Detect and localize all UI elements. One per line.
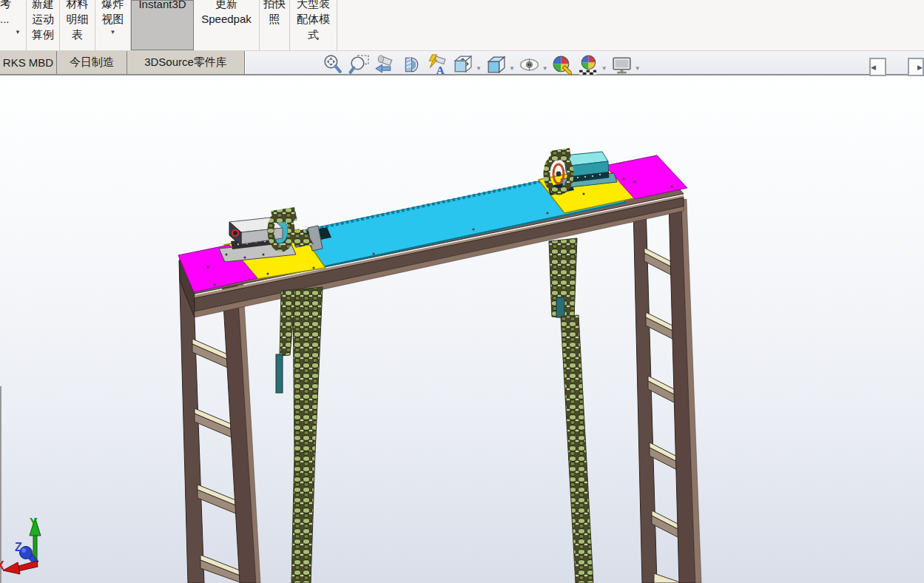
triad-z-label: Z <box>15 541 22 553</box>
ribbon-button-take-snapshot[interactable]: 拍快 照 <box>260 0 290 50</box>
motor-unit-left[interactable] <box>219 218 296 262</box>
dropdown-arrow-icon[interactable]: ▼ <box>601 65 607 72</box>
arrow-right-icon: ▶ <box>917 64 923 71</box>
dropdown-arrow-icon[interactable]: ▼ <box>509 65 515 72</box>
view-settings-icon[interactable] <box>610 53 633 76</box>
dropdown-arrow-icon[interactable]: ▼ <box>635 65 641 72</box>
ribbon-button-instant3d[interactable]: Instant3D <box>131 0 194 50</box>
zoom-to-fit-icon[interactable] <box>322 53 345 76</box>
solidworks-window: Y Z X 参考 几... ▼ 新建 运动 算例 材料 明细 表 <box>0 0 924 583</box>
chain-pin-left <box>276 354 283 393</box>
dropdown-arrow-icon[interactable]: ▼ <box>15 29 21 36</box>
triad-y-label: Y <box>30 516 38 529</box>
hanging-chain-left[interactable] <box>276 287 323 583</box>
apply-scene-icon[interactable] <box>577 53 600 76</box>
svg-text:A: A <box>436 63 445 75</box>
section-view-icon[interactable] <box>399 53 422 76</box>
checkerboard <box>579 70 598 74</box>
arrow-left-icon: ◀ <box>871 64 876 71</box>
hide-show-items-icon[interactable] <box>518 53 541 76</box>
tab-jinri-zhizao[interactable]: 今日制造 <box>56 50 127 74</box>
orientation-triad: Y Z X <box>0 510 81 583</box>
assembly-model-gantry[interactable] <box>0 0 924 583</box>
zoom-to-area-icon[interactable] <box>348 53 371 76</box>
panel-collapse-left-button[interactable]: ◀ <box>869 58 886 76</box>
view-orientation-icon[interactable] <box>451 53 474 76</box>
commandmanager-tabs: RKS MBD 今日制造 3DSource零件库 <box>0 50 245 74</box>
tab-solidworks-mbd[interactable]: RKS MBD <box>0 50 57 74</box>
ribbon-button-reference-geometry[interactable]: 参考 几... ▼ <box>0 0 27 50</box>
ribbon-button-new-motion-study[interactable]: 新建 运动 算例 <box>27 0 60 50</box>
ribbon-button-exploded-view[interactable]: 爆炸 视图 ▼ <box>95 0 131 50</box>
triad-x-label: X <box>0 559 4 572</box>
display-style-icon[interactable] <box>485 53 507 76</box>
previous-view-icon[interactable] <box>374 53 397 76</box>
dropdown-arrow-icon[interactable]: ▼ <box>476 65 482 72</box>
tab-3dsource-parts-library[interactable]: 3DSource零件库 <box>127 50 245 74</box>
annotation-views-icon[interactable]: A <box>425 53 448 76</box>
dropdown-arrow-icon[interactable]: ▼ <box>542 65 548 72</box>
chain-pin-right <box>556 297 564 317</box>
ribbon-button-bill-of-materials[interactable]: 材料 明细 表 <box>60 0 95 50</box>
ribbon-button-update-speedpak[interactable]: 更新 Speedpak <box>194 0 260 50</box>
edit-appearance-icon[interactable] <box>551 53 574 76</box>
dropdown-arrow-icon[interactable]: ▼ <box>110 29 116 36</box>
ribbon-button-large-assembly-mode[interactable]: 大型装 配体模 式 <box>290 0 337 50</box>
ribbon-toolbar: 参考 几... ▼ 新建 运动 算例 材料 明细 表 爆炸 视图 ▼ Insta… <box>0 0 924 51</box>
panel-expand-right-button[interactable]: ▶ <box>908 58 924 76</box>
motor-end-ring <box>232 230 238 236</box>
hanging-chain-right[interactable] <box>549 238 593 583</box>
heads-up-view-toolbar: A ▼ ▼ <box>320 52 642 77</box>
right-column[interactable] <box>633 199 701 583</box>
